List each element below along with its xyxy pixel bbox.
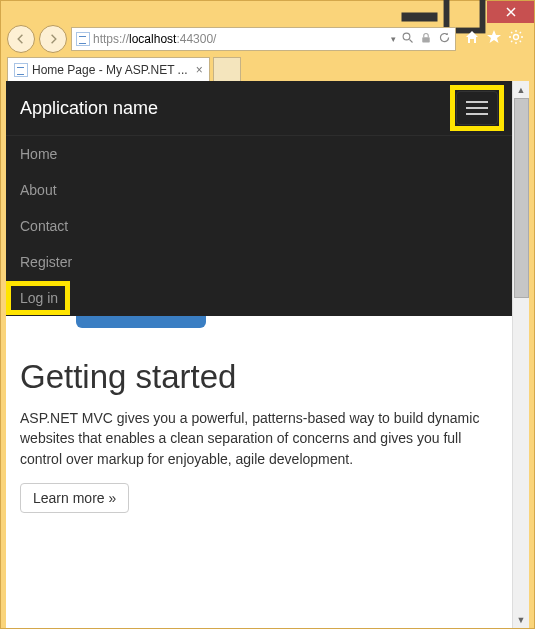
nav-menu: Home About Contact Register Log in bbox=[6, 135, 512, 316]
section-body: ASP.NET MVC gives you a powerful, patter… bbox=[20, 408, 498, 469]
address-bar[interactable]: https://localhost:44300/ ▾ bbox=[71, 27, 456, 51]
tab-strip: Home Page - My ASP.NET ... × bbox=[1, 55, 534, 81]
hero-button-partial[interactable] bbox=[76, 316, 206, 328]
favorites-icon[interactable] bbox=[486, 29, 502, 49]
refresh-icon[interactable] bbox=[438, 31, 451, 47]
forward-button[interactable] bbox=[39, 25, 67, 53]
window-titlebar bbox=[1, 1, 534, 23]
scroll-up-icon[interactable]: ▲ bbox=[513, 81, 530, 98]
browser-toolbar: https://localhost:44300/ ▾ bbox=[1, 23, 534, 55]
page-viewport: Application name Home About Contact Regi… bbox=[6, 81, 512, 628]
nav-item-about[interactable]: About bbox=[6, 172, 512, 208]
window-minimize-button[interactable] bbox=[397, 1, 442, 23]
vertical-scrollbar[interactable]: ▲ ▼ bbox=[512, 81, 529, 628]
nav-item-register[interactable]: Register bbox=[6, 244, 512, 280]
svg-point-4 bbox=[514, 35, 519, 40]
section-heading: Getting started bbox=[20, 358, 498, 396]
search-dropdown-icon[interactable]: ▾ bbox=[391, 34, 396, 44]
svg-rect-0 bbox=[402, 12, 438, 21]
nav-item-label: Log in bbox=[20, 290, 58, 306]
scroll-down-icon[interactable]: ▼ bbox=[513, 611, 530, 628]
getting-started-section: Getting started ASP.NET MVC gives you a … bbox=[6, 328, 512, 527]
nav-item-home[interactable]: Home bbox=[6, 136, 512, 172]
search-icon[interactable] bbox=[402, 32, 414, 47]
nav-item-login[interactable]: Log in bbox=[6, 280, 512, 316]
browser-chrome-icons bbox=[460, 29, 528, 49]
new-tab-button[interactable] bbox=[213, 57, 241, 81]
tab-title: Home Page - My ASP.NET ... bbox=[32, 63, 188, 77]
svg-rect-3 bbox=[422, 37, 430, 42]
window-maximize-button[interactable] bbox=[442, 1, 487, 23]
page-icon bbox=[76, 32, 90, 46]
home-icon[interactable] bbox=[464, 29, 480, 49]
hamburger-menu-button[interactable] bbox=[456, 91, 498, 125]
window-close-button[interactable] bbox=[487, 1, 534, 23]
learn-more-button[interactable]: Learn more » bbox=[20, 483, 129, 513]
nav-item-contact[interactable]: Contact bbox=[6, 208, 512, 244]
back-button[interactable] bbox=[7, 25, 35, 53]
content-area: ▲ ▼ Application name Home About bbox=[6, 81, 529, 628]
browser-tab[interactable]: Home Page - My ASP.NET ... × bbox=[7, 57, 210, 81]
lock-icon[interactable] bbox=[420, 32, 432, 47]
app-brand[interactable]: Application name bbox=[20, 98, 158, 119]
app-navbar: Application name Home About Contact Regi… bbox=[6, 81, 512, 316]
scroll-thumb[interactable] bbox=[514, 98, 529, 298]
svg-point-2 bbox=[403, 33, 410, 40]
page-icon bbox=[14, 63, 28, 77]
tab-close-icon[interactable]: × bbox=[196, 63, 203, 77]
browser-window: https://localhost:44300/ ▾ Home Page - M… bbox=[0, 0, 535, 629]
settings-icon[interactable] bbox=[508, 29, 524, 49]
url-text: https://localhost:44300/ bbox=[93, 32, 216, 46]
svg-rect-1 bbox=[447, 0, 483, 30]
